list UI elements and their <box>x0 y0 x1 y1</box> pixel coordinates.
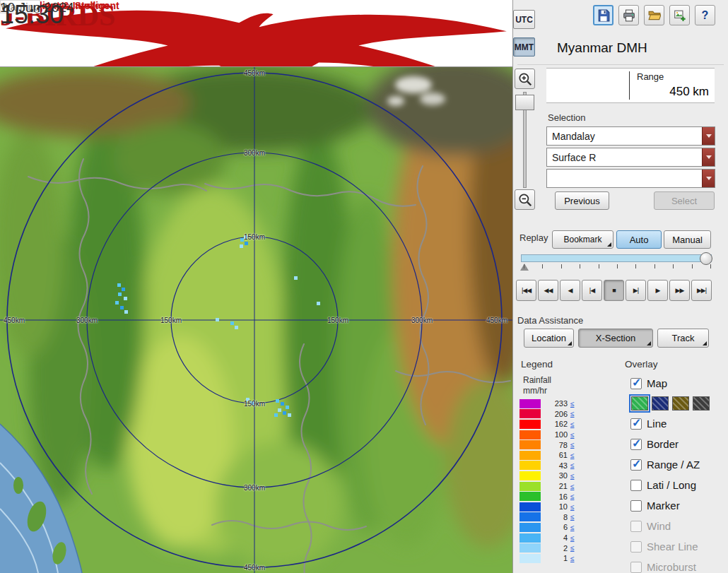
print-button[interactable] <box>618 5 639 25</box>
overlay-item-border[interactable]: ✓Border <box>630 434 728 454</box>
da-x-section-button[interactable]: X-Section <box>578 329 653 348</box>
playback-play-button[interactable]: ▶ <box>647 280 668 301</box>
legend-lte-symbol: ≤ <box>570 410 575 418</box>
legend-lte-symbol: ≤ <box>570 534 575 542</box>
bookmark-button-label: Bookmark <box>563 235 601 244</box>
product-dropdown-button[interactable] <box>702 148 715 166</box>
zoom-out-icon <box>517 192 533 208</box>
playback-fast-forward-button[interactable]: ▶▶ <box>669 280 690 301</box>
timeline-tick <box>635 264 636 268</box>
legend-row: 100≤ <box>519 430 575 440</box>
zoom-in-button[interactable] <box>515 69 535 89</box>
option-dropdown-button[interactable] <box>702 170 715 187</box>
timezone-mmt-button[interactable]: MMT <box>513 37 535 57</box>
station-name: Myanmar DMH <box>557 40 647 56</box>
overlay-item-line[interactable]: ✓Line <box>630 413 728 434</box>
playback-step-forward-button[interactable]: ▶| <box>626 280 646 301</box>
map-color-swatch[interactable] <box>672 396 689 410</box>
overlay-item-range-az[interactable]: ✓Range / AZ <box>630 454 728 475</box>
replay-timeline-slider[interactable] <box>521 252 715 275</box>
overlay-item-label: Shear Line <box>647 540 698 553</box>
legend-lte-symbol: ≤ <box>570 441 575 449</box>
playback-step-back-button[interactable]: |◀ <box>582 280 602 301</box>
overlay-item-label: Line <box>647 418 667 430</box>
check-icon: ✓ <box>632 416 641 430</box>
product-dropdown[interactable]: Surface R <box>546 148 715 167</box>
export-media-button[interactable] <box>669 5 690 25</box>
checkbox-checked[interactable]: ✓ <box>630 418 642 430</box>
legend-color-swatch <box>519 543 541 553</box>
checkbox[interactable] <box>630 500 642 512</box>
playback-skip-first-button[interactable]: |◀◀ <box>516 280 536 301</box>
legend-value: 16 <box>541 492 568 501</box>
legend-title: Legend <box>521 359 553 370</box>
legend-value: 2 <box>541 544 568 553</box>
check-icon: ✓ <box>632 457 641 471</box>
range-divider <box>629 71 630 100</box>
corner-arrow-icon <box>568 341 572 345</box>
playback-stop-button[interactable]: ■ <box>604 280 624 301</box>
select-button[interactable]: Select <box>654 191 715 210</box>
zoom-out-button[interactable] <box>515 189 535 210</box>
legend-value: 43 <box>541 461 568 470</box>
da-location-button[interactable]: Location <box>524 329 574 348</box>
open-folder-icon <box>648 9 661 22</box>
option-dropdown[interactable] <box>546 169 715 188</box>
clock-date: 10 Jun 2024 <box>0 0 74 16</box>
overlay-item-label: Lati / Long <box>647 479 696 491</box>
range-label: Range <box>637 71 664 82</box>
legend-lte-symbol: ≤ <box>570 472 575 480</box>
save-button[interactable] <box>593 5 613 25</box>
checkbox-checked[interactable]: ✓ <box>630 459 642 471</box>
da-button-label: X-Section <box>596 333 635 343</box>
check-icon: ✓ <box>632 437 641 450</box>
overlay-item-marker[interactable]: Marker <box>630 495 728 516</box>
previous-button[interactable]: Previous <box>555 191 609 210</box>
help-button[interactable]: ? <box>695 5 715 25</box>
bookmark-button[interactable]: Bookmark <box>552 230 613 249</box>
replay-auto-button[interactable]: Auto <box>616 230 662 249</box>
legend-row: 1≤ <box>519 553 575 564</box>
da-track-button[interactable]: Track <box>657 329 709 348</box>
map-color-swatch-selected[interactable] <box>631 396 648 410</box>
checkbox-checked[interactable]: ✓ <box>630 378 642 389</box>
zoom-in-icon <box>517 71 533 87</box>
map-color-swatches <box>630 394 728 413</box>
header: J-BIRDS JRC-Brilliant & Intelligent Rada… <box>0 0 512 67</box>
station-dropdown-button[interactable] <box>702 127 715 145</box>
timeline-thumb[interactable] <box>700 252 712 265</box>
zoom-slider-thumb[interactable] <box>515 95 534 110</box>
chevron-down-icon <box>706 155 712 159</box>
checkbox <box>630 541 642 553</box>
station-dropdown[interactable]: Mandalay <box>546 126 715 146</box>
legend-row: 78≤ <box>519 439 575 450</box>
legend-row: 233≤ <box>519 398 575 409</box>
legend-row: 61≤ <box>519 450 575 461</box>
checkbox[interactable] <box>630 480 642 491</box>
map-color-swatch[interactable] <box>652 396 669 410</box>
checkbox-checked[interactable]: ✓ <box>630 439 642 450</box>
map-color-swatch[interactable] <box>693 396 710 410</box>
playback-skip-last-button[interactable]: ▶▶| <box>691 280 712 301</box>
timeline-track[interactable] <box>521 254 712 262</box>
legend-lte-symbol: ≤ <box>570 431 575 439</box>
replay-manual-button[interactable]: Manual <box>664 230 711 249</box>
legend-row: 2≤ <box>519 543 575 553</box>
timeline-tick <box>599 264 599 268</box>
legend-color-swatch <box>519 554 541 563</box>
overlay-item-map[interactable]: ✓Map <box>630 373 728 394</box>
overlay-item-lati-long[interactable]: Lati / Long <box>630 475 728 495</box>
range-display: Range 450 km <box>546 68 715 103</box>
open-file-button[interactable] <box>644 5 664 25</box>
legend-row: 4≤ <box>519 533 575 543</box>
replay-section-label: Replay <box>519 232 548 243</box>
radar-map-area[interactable]: 150km150km150km150km300km300km300km300km… <box>0 67 512 573</box>
playback-play-reverse-button[interactable]: ◀ <box>560 280 580 301</box>
timeline-tick <box>673 264 674 268</box>
timeline-tick <box>654 264 655 268</box>
legend-lte-symbol: ≤ <box>570 524 575 531</box>
legend-color-swatch <box>519 420 541 429</box>
timezone-utc-button[interactable]: UTC <box>513 10 535 29</box>
legend-lte-symbol: ≤ <box>570 483 575 490</box>
playback-fast-rewind-button[interactable]: ◀◀ <box>538 280 558 301</box>
